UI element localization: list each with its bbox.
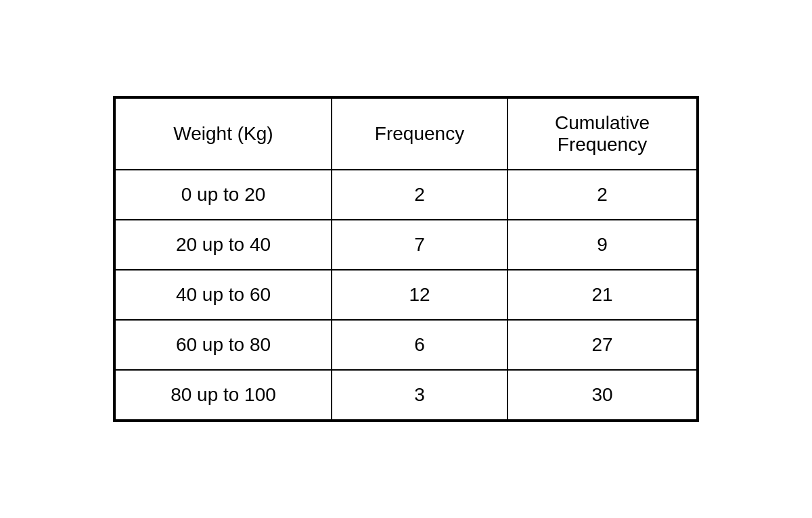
cell-cumulative-frequency: 27 [508,320,697,370]
cell-weight: 20 up to 40 [115,220,332,270]
cell-frequency: 3 [332,370,508,420]
table-row: 20 up to 4079 [115,220,697,270]
table-row: 60 up to 80627 [115,320,697,370]
cell-weight: 60 up to 80 [115,320,332,370]
cell-cumulative-frequency: 21 [508,270,697,320]
header-frequency: Frequency [332,98,508,170]
cell-frequency: 2 [332,170,508,220]
cell-cumulative-frequency: 2 [508,170,697,220]
header-cumulative-frequency: CumulativeFrequency [508,98,697,170]
cell-cumulative-frequency: 9 [508,220,697,270]
table-row: 0 up to 2022 [115,170,697,220]
cell-frequency: 12 [332,270,508,320]
cell-cumulative-frequency: 30 [508,370,697,420]
header-weight: Weight (Kg) [115,98,332,170]
cell-weight: 40 up to 60 [115,270,332,320]
cell-weight: 0 up to 20 [115,170,332,220]
cell-weight: 80 up to 100 [115,370,332,420]
table-row: 40 up to 601221 [115,270,697,320]
header-weight-label: Weight (Kg) [173,123,273,144]
frequency-table: Weight (Kg) Frequency CumulativeFrequenc… [113,96,699,422]
table-row: 80 up to 100330 [115,370,697,420]
header-frequency-label: Frequency [375,123,464,144]
cell-frequency: 6 [332,320,508,370]
cell-frequency: 7 [332,220,508,270]
